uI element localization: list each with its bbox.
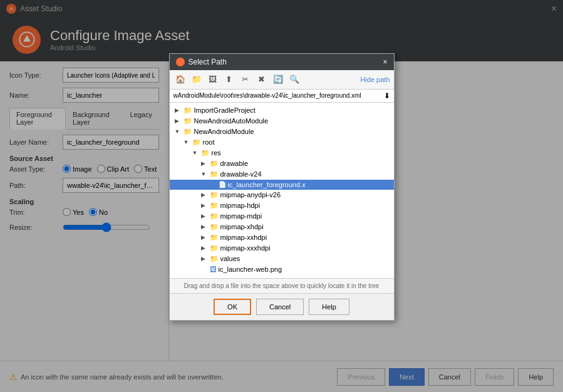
folder-icon: 📁 xyxy=(210,255,219,263)
modal-ok-button[interactable]: OK xyxy=(214,299,251,315)
modal-toolbar: 🏠 📁 🖼 ⬆ ✂ ✖ 🔄 🔍 Hide path xyxy=(170,70,394,90)
folder-icon: 📁 xyxy=(210,234,219,242)
tree-arrow: ▼ xyxy=(175,128,183,135)
file-icon: 📄 xyxy=(219,181,226,188)
folder-icon: 📁 xyxy=(183,106,192,115)
tree-arrow xyxy=(201,266,210,272)
tree-item[interactable]: ▶ 📁 mipmap-anydpi-v26 xyxy=(170,190,394,200)
tree-arrow: ▶ xyxy=(201,224,210,230)
toolbar-cut-btn[interactable]: ✂ xyxy=(239,73,252,86)
tree-arrow: ▶ xyxy=(201,234,210,240)
tree-arrow: ▶ xyxy=(201,213,210,219)
toolbar-folder-btn[interactable]: 📁 xyxy=(190,73,204,86)
tree-item-label: mipmap-xxhdpi xyxy=(220,234,267,241)
tree-arrow: ▼ xyxy=(201,171,210,177)
tree-item[interactable]: ▼ 📁 res xyxy=(170,148,394,158)
modal-action-buttons: OK Cancel Help xyxy=(170,293,394,320)
modal-title-bar: Select Path × xyxy=(170,54,394,70)
tree-item[interactable]: ▶ 📁 mipmap-mdpi xyxy=(170,211,394,222)
hide-path-link[interactable]: Hide path xyxy=(360,76,390,83)
tree-item[interactable]: ▼ 📁 root xyxy=(170,137,394,148)
tree-item-label: ic_launcher_foreground.x xyxy=(228,181,306,188)
tree-item-label: root xyxy=(203,138,215,146)
tree-item-label: mipmap-xhdpi xyxy=(220,223,264,230)
tree-item[interactable]: ▶ 📁 mipmap-hdpi xyxy=(170,200,394,211)
folder-icon: 📁 xyxy=(210,244,219,252)
modal-overlay: Select Path × 🏠 📁 🖼 ⬆ ✂ ✖ 🔄 🔍 Hide path … xyxy=(0,0,563,392)
folder-icon: 📁 xyxy=(210,223,219,231)
tree-item-label: NewAndroidModule xyxy=(194,128,254,135)
modal-icon xyxy=(176,58,185,66)
tree-item[interactable]: ▶ 📁 mipmap-xxxhdpi xyxy=(170,243,394,254)
modal-path-text: wAndroidModule\root\res\drawable-v24\ic_… xyxy=(173,92,381,99)
tree-arrow: ▶ xyxy=(175,118,183,124)
tree-item-label: values xyxy=(220,255,240,262)
modal-close-icon[interactable]: × xyxy=(383,58,387,66)
tree-item[interactable]: ▶ 📁 mipmap-xhdpi xyxy=(170,222,394,232)
folder-icon: 📁 xyxy=(210,212,219,220)
folder-icon: 📁 xyxy=(210,160,219,168)
tree-item-label: ic_launcher-web.png xyxy=(219,266,282,273)
tree-arrow: ▶ xyxy=(201,255,210,262)
tree-item[interactable]: ▶ 📁 drawable xyxy=(170,158,394,169)
tree-arrow: ▶ xyxy=(201,245,210,251)
tree-item-label: mipmap-xxxhdpi xyxy=(220,244,271,252)
tree-arrow: ▶ xyxy=(175,107,183,113)
tree-arrow: ▶ xyxy=(201,202,210,209)
select-path-modal: Select Path × 🏠 📁 🖼 ⬆ ✂ ✖ 🔄 🔍 Hide path … xyxy=(169,53,395,321)
image-file-icon: 🖼 xyxy=(210,266,217,273)
tree-item-label: ImportGradleProject xyxy=(194,106,256,114)
folder-icon: 📁 xyxy=(210,202,219,210)
tree-item-label: drawable xyxy=(220,160,249,167)
toolbar-img-btn[interactable]: 🖼 xyxy=(206,73,220,86)
tree-item-selected[interactable]: 📄 ic_launcher_foreground.x xyxy=(170,180,394,190)
modal-title: Select Path xyxy=(189,58,227,66)
toolbar-up-btn[interactable]: ⬆ xyxy=(222,73,236,86)
tree-item[interactable]: ▶ 📁 mipmap-xxhdpi xyxy=(170,232,394,243)
folder-icon: 📁 xyxy=(210,170,219,178)
modal-footer-text: Drag and drop a file into the space abov… xyxy=(184,282,380,289)
tree-item-label: drawable-v24 xyxy=(220,170,262,178)
folder-icon: 📁 xyxy=(201,149,210,157)
tree-arrow: ▼ xyxy=(192,150,201,156)
folder-icon: 📁 xyxy=(183,128,192,136)
modal-help-button[interactable]: Help xyxy=(309,299,349,315)
modal-download-icon[interactable]: ⬇ xyxy=(384,91,390,100)
tree-item-label: mipmap-anydpi-v26 xyxy=(220,191,281,199)
tree-item[interactable]: ▶ 📁 NewAndroidAutoModule xyxy=(170,116,394,126)
tree-item[interactable]: ▼ 📁 NewAndroidModule xyxy=(170,126,394,137)
tree-arrow xyxy=(210,182,219,188)
tree-arrow: ▼ xyxy=(183,139,192,145)
tree-item-label: mipmap-hdpi xyxy=(220,202,261,209)
tree-item[interactable]: 🖼 ic_launcher-web.png xyxy=(170,264,394,274)
modal-tree[interactable]: ▶ 📁 ImportGradleProject ▶ 📁 NewAndroidAu… xyxy=(170,103,394,278)
folder-icon: 📁 xyxy=(183,117,192,125)
toolbar-search-btn[interactable]: 🔍 xyxy=(287,73,301,86)
tree-item-label: res xyxy=(212,149,221,157)
modal-footer: Drag and drop a file into the space abov… xyxy=(170,278,394,293)
tree-arrow: ▶ xyxy=(201,160,210,167)
tree-item[interactable]: ▶ 📁 ImportGradleProject xyxy=(170,105,394,116)
modal-path-bar: wAndroidModule\root\res\drawable-v24\ic_… xyxy=(170,90,394,103)
modal-cancel-button[interactable]: Cancel xyxy=(256,299,304,315)
tree-item-label: mipmap-mdpi xyxy=(220,212,262,220)
tree-arrow: ▶ xyxy=(201,192,210,198)
folder-icon: 📁 xyxy=(210,191,219,199)
folder-icon: 📁 xyxy=(192,138,201,147)
tree-item-label: NewAndroidAutoModule xyxy=(194,117,269,125)
toolbar-delete-btn[interactable]: ✖ xyxy=(255,73,269,86)
toolbar-home-btn[interactable]: 🏠 xyxy=(173,73,187,86)
tree-item[interactable]: ▼ 📁 drawable-v24 xyxy=(170,169,394,180)
toolbar-refresh-btn[interactable]: 🔄 xyxy=(271,73,285,86)
tree-item[interactable]: ▶ 📁 values xyxy=(170,254,394,264)
